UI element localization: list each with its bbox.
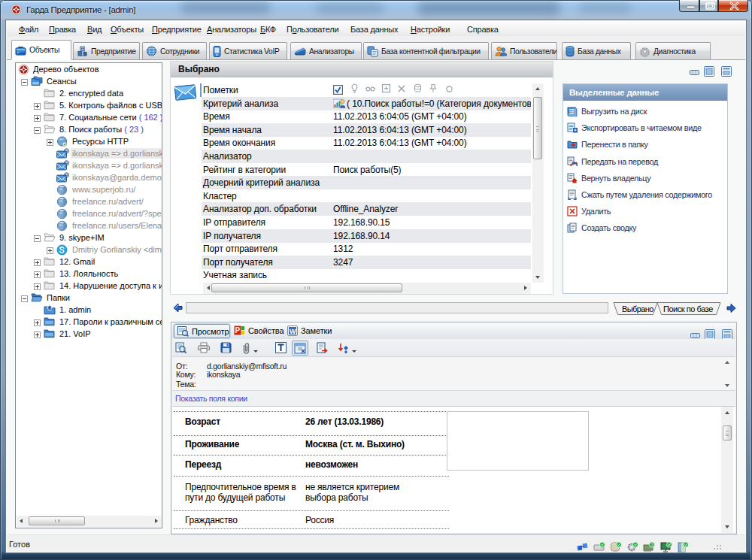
svg-text:Поиск по базе: Поиск по базе — [663, 304, 713, 313]
svg-text:W: W — [290, 328, 296, 335]
svg-text:Выбрано: Выбрано — [622, 304, 653, 313]
svg-text:P: P — [235, 326, 241, 334]
